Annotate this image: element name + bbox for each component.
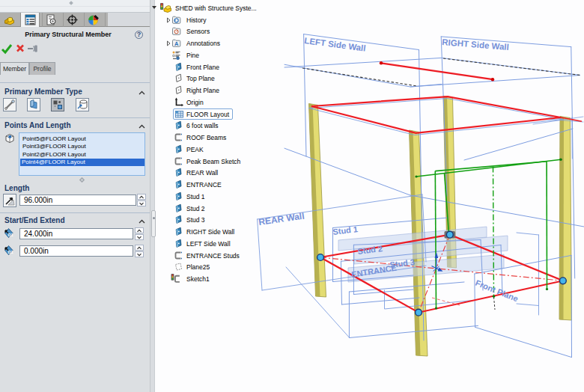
svg-text:D1: D1 <box>8 233 13 237</box>
svg-text:D1: D1 <box>8 250 13 254</box>
svg-text:REAR Wall: REAR Wall <box>258 211 305 227</box>
svg-text:RIGHT Side Wall: RIGHT Side Wall <box>442 37 509 52</box>
svg-text:Stud 1: Stud 1 <box>332 224 359 236</box>
